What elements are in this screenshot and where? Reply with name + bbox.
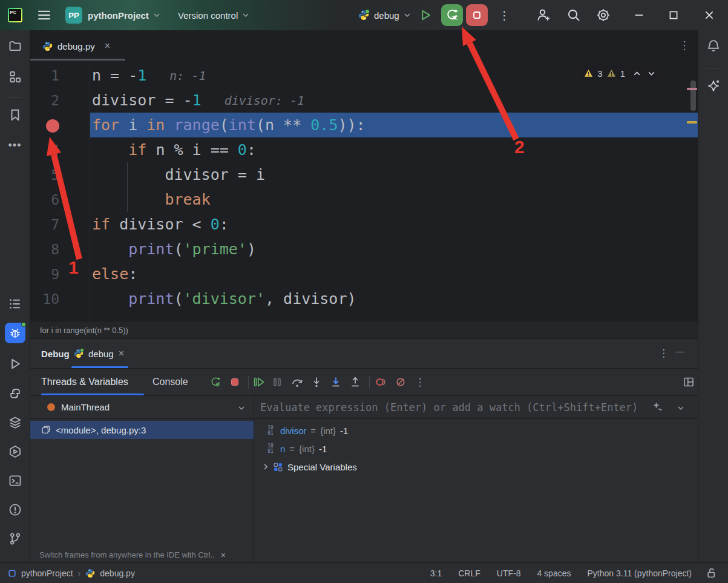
breakpoint-icon[interactable] (46, 119, 59, 133)
code-text[interactable]: print('prime') (90, 237, 698, 262)
tab-threads-variables[interactable]: Threads & Variables (41, 369, 128, 395)
code-text[interactable]: for i in range(int(n ** 0.5)): (90, 113, 698, 137)
rerun-button[interactable] (209, 376, 221, 388)
line-number[interactable]: 10 (30, 291, 90, 307)
sidebar-item-todo[interactable] (8, 297, 22, 311)
line-number[interactable]: 8 (30, 242, 90, 257)
search-everywhere-button[interactable] (566, 0, 581, 30)
step-into-my-code-button[interactable] (330, 376, 342, 388)
code-line-7[interactable]: 7if divisor < 0: (30, 212, 698, 237)
chevron-right-icon[interactable] (263, 463, 269, 470)
code-text[interactable]: if n % i == 0: (90, 137, 698, 162)
close-window-button[interactable] (703, 0, 715, 30)
vcs-widget[interactable]: Version control (178, 0, 249, 30)
maximize-button[interactable] (667, 0, 680, 30)
code-line-4[interactable]: 4 if n % i == 0: (30, 137, 698, 162)
lock-button[interactable] (706, 567, 717, 579)
sidebar-item-problems[interactable] (8, 503, 22, 516)
ai-assistant-button[interactable] (706, 79, 720, 93)
line-number[interactable]: 7 (30, 217, 90, 232)
line-number[interactable]: 4 (30, 142, 90, 158)
step-out-button[interactable] (349, 376, 361, 388)
statusbar-file[interactable]: debug.py (100, 568, 135, 578)
tab-close-icon[interactable]: × (105, 41, 110, 51)
evaluate-expression-input[interactable]: Evaluate expression (Enter) or add a wat… (254, 396, 698, 419)
line-number[interactable]: 1 (30, 68, 90, 84)
statusbar-line-separator[interactable]: CRLF (458, 568, 480, 578)
session-tab-close-icon[interactable]: × (119, 349, 124, 358)
view-breakpoints-button[interactable] (375, 376, 387, 388)
settings-button[interactable] (596, 0, 611, 30)
code-line-8[interactable]: 8 print('prime') (30, 237, 698, 262)
thread-selector[interactable]: MainThread (30, 396, 254, 419)
code-line-9[interactable]: 9else: (30, 262, 698, 286)
statusbar-project[interactable]: pythonProject (21, 568, 73, 578)
run-config-selector[interactable]: debug (358, 0, 411, 30)
code-editor[interactable]: 1n = -1n: -12divisor = -1divisor: -1for … (30, 62, 698, 321)
next-problem-icon[interactable] (648, 71, 655, 76)
sidebar-item-version-control[interactable] (8, 532, 22, 545)
error-stripe-mark-pink[interactable] (687, 88, 697, 90)
variable-row-n[interactable]: 1001n={int}-1 (254, 440, 698, 458)
special-variables-row[interactable]: Special Variables (254, 458, 698, 476)
add-watch-icon[interactable] (651, 400, 664, 413)
evaluate-history-chevron-icon[interactable] (677, 406, 684, 410)
sidebar-item-project[interactable] (8, 39, 22, 53)
project-widget[interactable]: PP pythonProject (65, 0, 160, 30)
sidebar-item-more[interactable]: ••• (8, 139, 22, 152)
sidebar-item-debug-active[interactable] (5, 323, 25, 343)
line-number[interactable]: 2 (30, 93, 90, 108)
line-number[interactable]: 5 (30, 167, 90, 183)
sidebar-item-run[interactable] (8, 357, 22, 371)
breakpoint-gutter[interactable] (30, 117, 90, 133)
resume-button[interactable] (253, 376, 265, 388)
frame-row-selected[interactable]: <module>, debug.py:3 (30, 421, 254, 439)
code-text[interactable]: else: (90, 262, 698, 286)
code-line-10[interactable]: 10 print('divisor', divisor) (30, 286, 698, 311)
main-menu-button[interactable] (36, 0, 52, 30)
inspections-widget[interactable]: 3 1 (580, 65, 659, 81)
code-line-2[interactable]: 2divisor = -1divisor: -1 (30, 88, 698, 113)
code-line-6[interactable]: 6 break (30, 187, 698, 212)
mute-breakpoints-button[interactable] (395, 376, 407, 388)
line-number[interactable]: 9 (30, 266, 90, 282)
code-with-me-button[interactable] (536, 0, 551, 30)
sidebar-item-bookmarks[interactable] (8, 108, 22, 122)
statusbar-encoding[interactable]: UTF-8 (497, 568, 521, 578)
statusbar-indent[interactable]: 4 spaces (537, 568, 571, 578)
sidebar-item-services[interactable] (8, 416, 22, 429)
debug-session-tab[interactable]: debug × (74, 339, 124, 368)
debug-header-more-button[interactable]: ⋮ (658, 347, 669, 360)
sidebar-item-python-packages[interactable] (8, 387, 22, 400)
code-line-3[interactable]: for i in range(int(n ** 0.5)): (30, 113, 698, 137)
prev-problem-icon[interactable] (633, 71, 641, 76)
debug-hide-button[interactable]: — (675, 346, 684, 356)
run-button[interactable] (419, 0, 432, 30)
line-number[interactable]: 6 (30, 192, 90, 208)
stop-debug-button[interactable] (230, 377, 240, 387)
notifications-button[interactable] (706, 39, 720, 53)
sidebar-item-terminal[interactable] (8, 474, 22, 487)
rerun-debug-button[interactable] (441, 4, 463, 26)
stop-button[interactable] (466, 4, 488, 26)
sidebar-item-structure[interactable] (8, 70, 22, 84)
code-line-5[interactable]: 5 divisor = i (30, 162, 698, 187)
minimize-button[interactable] (633, 0, 645, 30)
tabbar-more-button[interactable]: ⋮ (679, 39, 690, 52)
sidebar-item-python-console[interactable] (8, 445, 22, 458)
editor-tab-debug-py[interactable]: debug.py × (30, 30, 110, 62)
hint-close-icon[interactable]: × (221, 551, 226, 559)
titlebar-more-button[interactable]: ⋮ (499, 0, 510, 30)
variable-row-divisor[interactable]: 1001divisor={int}-1 (254, 421, 698, 440)
code-text[interactable]: break (90, 187, 698, 212)
statusbar-interpreter[interactable]: Python 3.11 (pythonProject) (587, 568, 692, 578)
pause-button[interactable] (272, 377, 283, 387)
layout-settings-button[interactable] (683, 377, 695, 388)
code-text[interactable]: divisor = -1divisor: -1 (90, 88, 698, 113)
error-stripe-mark-yellow[interactable] (687, 121, 697, 124)
statusbar-caret-position[interactable]: 3:1 (430, 568, 442, 578)
code-text[interactable]: divisor = i (90, 162, 698, 187)
step-over-button[interactable] (291, 376, 303, 388)
editor-scrollbar[interactable] (690, 81, 696, 111)
code-text[interactable]: if divisor < 0: (90, 212, 698, 237)
